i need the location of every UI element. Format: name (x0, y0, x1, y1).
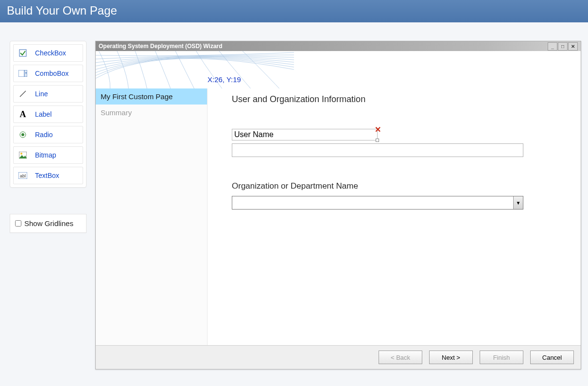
user-name-label-text: User Name (234, 130, 274, 139)
tool-bitmap[interactable]: Bitmap (13, 146, 83, 164)
next-button[interactable]: Next > (429, 351, 473, 364)
tool-label: Label (35, 110, 52, 118)
close-button[interactable]: ✕ (568, 42, 578, 51)
tool-label: Line (35, 90, 48, 98)
svg-text:abl: abl (20, 174, 26, 178)
label-icon: A (17, 109, 28, 120)
textbox-icon: abl (17, 170, 28, 181)
radio-icon (17, 129, 28, 140)
wizard-content: User and Organization Information User N… (208, 88, 581, 345)
coordinate-readout: X:26, Y:19 (208, 75, 241, 84)
line-icon (17, 88, 28, 99)
field-org-name: Organization or Department Name ▼ (232, 181, 566, 210)
svg-point-5 (21, 133, 24, 136)
org-name-label: Organization or Department Name (232, 181, 566, 191)
tool-label: Bitmap (35, 151, 56, 159)
maximize-button[interactable]: □ (558, 42, 568, 51)
back-button[interactable]: < Back (379, 351, 422, 364)
tool-radio[interactable]: Radio (13, 126, 83, 143)
toolbox-column: CheckBox ComboBox Line A Label (10, 41, 86, 369)
show-gridlines-checkbox[interactable]: Show Gridlines (10, 214, 86, 233)
tool-line[interactable]: Line (13, 85, 83, 103)
content-heading: User and Organization Information (232, 94, 566, 105)
toolbox-panel: CheckBox ComboBox Line A Label (10, 41, 86, 188)
wizard-title: Operating System Deployment (OSD) Wizard (99, 43, 223, 50)
wizard-body: My First Custom Page Summary User and Or… (96, 88, 581, 345)
nav-item-custom-page[interactable]: My First Custom Page (96, 88, 207, 105)
page-title: Build Your Own Page (7, 4, 117, 17)
tool-label: TextBox (35, 172, 59, 179)
wizard-nav: My First Custom Page Summary (96, 88, 208, 345)
bitmap-icon (17, 150, 28, 160)
wizard-window: Operating System Deployment (OSD) Wizard… (95, 41, 581, 369)
delete-control-icon[interactable]: ✕ (375, 125, 381, 134)
wizard-titlebar[interactable]: Operating System Deployment (OSD) Wizard… (96, 41, 581, 51)
resize-handle[interactable] (376, 139, 379, 142)
cancel-button[interactable]: Cancel (530, 351, 574, 364)
svg-line-3 (20, 91, 26, 97)
tool-label: Radio (35, 131, 53, 139)
org-name-combobox[interactable]: ▼ (232, 196, 523, 210)
window-controls: _ □ ✕ (547, 42, 578, 51)
chevron-down-icon[interactable]: ▼ (513, 196, 523, 209)
page-header: Build Your Own Page (0, 0, 588, 22)
banner-mesh-graphic (96, 51, 294, 88)
gridlines-input[interactable] (15, 220, 21, 227)
org-name-combo-input[interactable] (232, 196, 513, 209)
minimize-button[interactable]: _ (548, 42, 557, 51)
tool-combobox[interactable]: ComboBox (13, 65, 83, 82)
nav-item-summary[interactable]: Summary (96, 105, 207, 121)
wizard-banner: X:26, Y:19 (96, 51, 581, 88)
tool-textbox[interactable]: abl TextBox (13, 167, 83, 184)
workspace: CheckBox ComboBox Line A Label (0, 22, 588, 374)
tool-label: CheckBox (35, 49, 66, 57)
field-user-name: User Name ✕ (232, 129, 566, 157)
user-name-label-control[interactable]: User Name ✕ (232, 129, 378, 140)
wizard-footer: < Back Next > Finish Cancel (96, 345, 581, 369)
gridlines-label: Show Gridlines (24, 219, 73, 228)
svg-point-7 (20, 153, 22, 155)
user-name-input[interactable] (232, 143, 523, 157)
checkbox-icon (17, 48, 28, 58)
combobox-icon (17, 68, 28, 79)
tool-label[interactable]: A Label (13, 105, 83, 123)
finish-button[interactable]: Finish (480, 351, 523, 364)
tool-checkbox[interactable]: CheckBox (13, 44, 83, 62)
tool-label: ComboBox (35, 70, 69, 77)
